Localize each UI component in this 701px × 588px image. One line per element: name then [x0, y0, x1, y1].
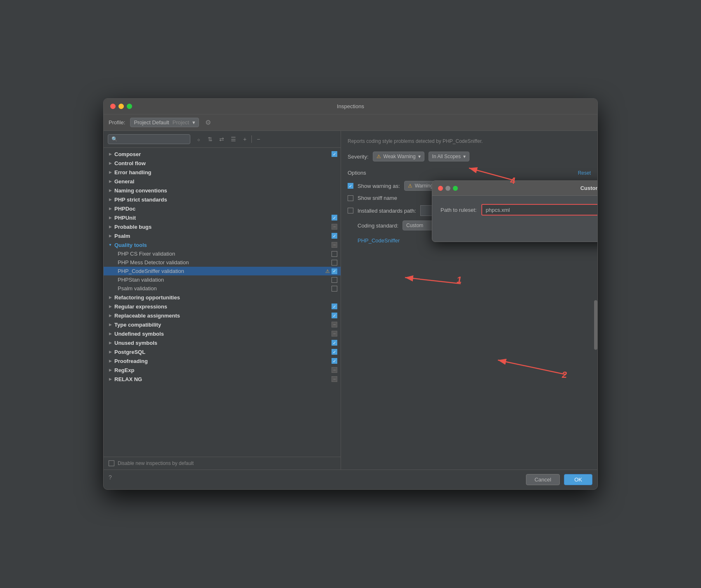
tree-item-psalm-validation[interactable]: Psalm validation — [104, 284, 341, 293]
tree-item-probable-bugs[interactable]: ▶ Probable bugs − — [104, 222, 341, 231]
search-bar: 🔍 ⬦ ⇅ ⇄ ☰ + − — [104, 131, 341, 148]
tree-item-php-strict[interactable]: ▶ PHP strict standards — [104, 195, 341, 204]
checkbox-postgresql[interactable]: ✓ — [332, 349, 337, 355]
tree-item-label: RegExp — [114, 367, 332, 373]
tree-item-php-mess-detector[interactable]: PHP Mess Detector validation — [104, 258, 341, 267]
checkbox-regular-expr[interactable]: ✓ — [332, 303, 337, 309]
arrow-icon: ▶ — [107, 367, 114, 373]
gear-icon[interactable]: ⚙ — [204, 119, 212, 127]
close-button[interactable] — [110, 104, 116, 109]
window-title: Inspections — [337, 103, 364, 109]
tree-item-label: PHPDoc — [114, 206, 337, 212]
tree-item-php-codesniffer[interactable]: PHP_CodeSniffer validation ⚠ ✓ — [104, 267, 341, 275]
dialog-traffic-lights — [438, 186, 458, 191]
profile-project: Project — [173, 119, 189, 126]
checkbox-proofreading[interactable]: ✓ — [332, 358, 337, 364]
checkbox-replaceable[interactable]: ✓ — [332, 313, 337, 318]
maximize-button[interactable] — [127, 104, 132, 109]
content-area: 🔍 ⬦ ⇅ ⇄ ☰ + − ▶ Composer ✓ — [104, 131, 597, 469]
checkbox-psalm-validation[interactable] — [332, 286, 337, 292]
tree-item-type-compat[interactable]: ▶ Type compatibility − — [104, 320, 341, 329]
tree-item-regular-expr[interactable]: ▶ Regular expressions ✓ — [104, 302, 341, 311]
dialog-path-input[interactable]: phpcs.xml — [481, 204, 598, 216]
dialog-maximize-btn[interactable] — [453, 186, 458, 191]
tree-item-postgresql[interactable]: ▶ PostgreSQL ✓ — [104, 347, 341, 356]
left-panel: 🔍 ⬦ ⇅ ⇄ ☰ + − ▶ Composer ✓ — [104, 131, 341, 469]
main-window: Inspections Profile: Project Default Pro… — [103, 98, 598, 490]
tree-item-label: Control flow — [114, 160, 337, 166]
tree-list: ▶ Composer ✓ ▶ Control flow ▶ Error hand… — [104, 148, 341, 457]
tree-item-quality-tools[interactable]: ▼ Quality tools − — [104, 240, 341, 249]
checkbox-php-mess-detector[interactable] — [332, 260, 337, 266]
tree-item-undefined-sym[interactable]: ▶ Undefined symbols − — [104, 329, 341, 338]
dialog-buttons: Cancel OK — [440, 224, 598, 235]
group-icon[interactable]: ☰ — [228, 134, 238, 144]
tree-item-label: PHPStan validation — [117, 277, 332, 283]
checkbox-psalm[interactable]: ✓ — [332, 233, 337, 239]
tree-item-error-handling[interactable]: ▶ Error handling — [104, 168, 341, 177]
arrow-icon: ▶ — [107, 294, 114, 301]
tree-item-composer[interactable]: ▶ Composer ✓ — [104, 149, 341, 159]
tree-item-label: Psalm — [114, 233, 332, 239]
profile-dropdown[interactable]: Project Default Project ▾ — [130, 118, 199, 127]
minus-icon[interactable]: − — [253, 134, 263, 144]
tree-item-label: Regular expressions — [114, 303, 332, 310]
checkbox-relax-ng[interactable]: − — [332, 376, 337, 382]
dialog-close-btn[interactable] — [438, 186, 443, 191]
dialog-body: Path to ruleset: phpcs.xml 📁 Cancel OK — [432, 196, 598, 242]
tree-item-label: PHP strict standards — [114, 197, 337, 203]
tree-item-general[interactable]: ▶ General — [104, 177, 341, 186]
main-ok-button[interactable]: OK — [564, 474, 592, 485]
toolbar: Profile: Project Default Project ▾ ⚙ — [104, 114, 597, 131]
dialog-minimize-btn[interactable] — [445, 186, 450, 191]
checkbox-phpstan[interactable] — [332, 277, 337, 283]
expand-all-icon[interactable]: ⇅ — [205, 134, 215, 144]
checkbox-phpunit[interactable]: ✓ — [332, 215, 337, 220]
tree-item-psalm[interactable]: ▶ Psalm ✓ — [104, 231, 341, 240]
tree-item-phpunit[interactable]: ▶ PHPUnit ✓ — [104, 213, 341, 222]
main-cancel-button[interactable]: Cancel — [526, 474, 560, 485]
checkbox-php-codesniffer[interactable]: ✓ — [332, 268, 337, 274]
add-icon[interactable]: + — [240, 134, 250, 144]
checkbox-php-cs-fixer[interactable] — [332, 251, 337, 257]
collapse-all-icon[interactable]: ⇄ — [217, 134, 227, 144]
profile-value: Project Default — [134, 119, 169, 126]
arrow-icon: ▼ — [107, 242, 114, 248]
tree-item-refactoring[interactable]: ▶ Refactoring opportunities — [104, 293, 341, 302]
tree-item-label: Probable bugs — [114, 224, 332, 230]
checkbox-type-compat[interactable]: − — [332, 322, 337, 327]
search-input[interactable]: 🔍 — [108, 134, 190, 144]
checkbox-undefined-sym[interactable]: − — [332, 331, 337, 337]
tree-item-label: PHP_CodeSniffer validation — [117, 268, 325, 274]
bottom-left-space: ? — [109, 474, 522, 485]
custom-coding-standard-dialog: Custom Coding Standard Path to ruleset: … — [432, 180, 598, 242]
disable-new-checkbox[interactable] — [109, 460, 114, 466]
tree-item-relax-ng[interactable]: ▶ RELAX NG − — [104, 375, 341, 384]
help-icon[interactable]: ? — [109, 474, 112, 481]
dialog-overlay: Custom Coding Standard Path to ruleset: … — [341, 131, 597, 469]
tree-item-php-cs-fixer[interactable]: PHP CS Fixer validation — [104, 249, 341, 258]
checkbox-regexp[interactable]: − — [332, 367, 337, 373]
minimize-button[interactable] — [118, 104, 124, 109]
warning-icon: ⚠ — [325, 268, 330, 274]
svg-line-4 — [469, 168, 514, 180]
chevron-down-icon: ▾ — [192, 119, 195, 126]
tree-item-phpdoc[interactable]: ▶ PHPDoc — [104, 204, 341, 213]
checkbox-probable-bugs[interactable]: − — [332, 224, 337, 230]
arrow-icon: ▶ — [107, 349, 114, 355]
checkbox-composer[interactable]: ✓ — [332, 151, 337, 157]
bottom-buttons: ? Cancel OK — [104, 469, 597, 489]
tree-item-phpstan[interactable]: PHPStan validation — [104, 275, 341, 284]
tree-item-label: General — [114, 178, 337, 185]
tree-item-replaceable[interactable]: ▶ Replaceable assignments ✓ — [104, 311, 341, 320]
checkbox-unused-sym[interactable]: ✓ — [332, 340, 337, 346]
tree-item-naming-conventions[interactable]: ▶ Naming conventions — [104, 186, 341, 195]
tree-item-regexp[interactable]: ▶ RegExp − — [104, 365, 341, 375]
filter-icon[interactable]: ⬦ — [194, 134, 204, 144]
tree-item-unused-sym[interactable]: ▶ Unused symbols ✓ — [104, 338, 341, 347]
tree-item-control-flow[interactable]: ▶ Control flow — [104, 159, 341, 168]
tree-item-proofreading[interactable]: ▶ Proofreading ✓ — [104, 356, 341, 365]
arrow-icon: ▶ — [107, 205, 114, 212]
annotation-1: 1 — [457, 275, 462, 285]
checkbox-quality-tools[interactable]: − — [332, 242, 337, 248]
